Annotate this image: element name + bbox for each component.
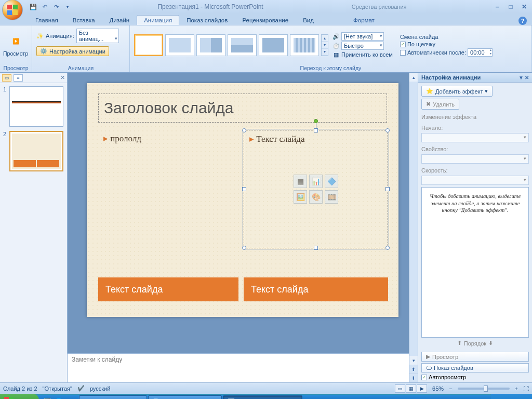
slideshow-view-icon[interactable]: ▶: [417, 384, 427, 393]
show-desktop-icon[interactable]: 🖥️: [42, 396, 52, 399]
insert-media-icon[interactable]: 🎞️: [325, 190, 338, 204]
content-icons: ▦ 📊 🔷 🖼️ 🎨 🎞️: [294, 175, 338, 204]
preview-button[interactable]: ▶️ Просмотр: [2, 31, 29, 59]
sound-icon: 🔊: [332, 33, 340, 40]
transition-item[interactable]: [165, 34, 194, 56]
sorter-view-icon[interactable]: ▦: [406, 384, 416, 393]
zoom-slider[interactable]: [458, 388, 510, 390]
close-icon[interactable]: ✕: [518, 3, 530, 11]
transition-item[interactable]: [196, 34, 225, 56]
insert-smartart-icon[interactable]: 🔷: [325, 175, 338, 188]
tab-format[interactable]: Формат: [346, 15, 382, 25]
resize-handle[interactable]: [314, 246, 318, 250]
insert-picture-icon[interactable]: 🖼️: [294, 190, 307, 204]
resize-handle[interactable]: [242, 187, 246, 191]
resize-handle[interactable]: [314, 128, 318, 132]
save-icon[interactable]: 💾: [28, 2, 38, 12]
tab-insert[interactable]: Вставка: [65, 15, 102, 25]
start-button[interactable]: пуск: [0, 394, 39, 399]
animation-taskpane: Настройка анимации ▼✕ ⭐Добавить эффект ▾…: [418, 73, 532, 382]
zoom-out-icon[interactable]: −: [449, 385, 452, 392]
auto-after-checkbox[interactable]: [400, 50, 406, 56]
insert-clipart-icon[interactable]: 🎨: [309, 190, 323, 204]
speed-combo[interactable]: Быстро: [341, 42, 384, 50]
fit-window-icon[interactable]: ⛶: [523, 385, 529, 392]
autopreview-checkbox[interactable]: ✓: [421, 375, 427, 380]
outline-tab[interactable]: ≡: [14, 74, 23, 82]
system-tray: RU K 10:43: [491, 394, 532, 399]
normal-view-icon[interactable]: ▭: [395, 384, 405, 393]
apply-all-button[interactable]: ▦Применить ко всем: [332, 51, 393, 58]
notes-pane[interactable]: Заметки к слайду: [68, 353, 409, 382]
footer-right-placeholder[interactable]: Текст слайда: [244, 277, 388, 301]
prev-slide-icon[interactable]: ⬆: [409, 365, 418, 374]
slide-thumb-1[interactable]: [9, 86, 63, 127]
custom-animation-button[interactable]: ⚙️ Настройка анимации: [36, 46, 109, 56]
footer-left-placeholder[interactable]: Текст слайда: [98, 277, 238, 301]
transition-gallery[interactable]: ▴▾▾: [134, 34, 328, 56]
preview-label: Просмотр: [3, 51, 28, 57]
slideshow-button[interactable]: 🖵 Показ слайдов: [421, 363, 529, 373]
qat-more-icon[interactable]: ▾: [62, 2, 73, 12]
title-placeholder[interactable]: Заголовок слайда: [98, 94, 387, 123]
resize-handle[interactable]: [242, 246, 246, 250]
speed-combo[interactable]: [421, 176, 529, 185]
zoom-value[interactable]: 65%: [432, 385, 444, 392]
content-left-placeholder[interactable]: прололд: [98, 130, 238, 244]
remove-effect-button[interactable]: ✖Удалить: [421, 99, 459, 110]
language-label[interactable]: русский: [90, 385, 110, 392]
ie-icon[interactable]: 🌐: [54, 396, 64, 399]
taskbar-item[interactable]: 📄 Методичка - Micros...: [148, 395, 222, 399]
resize-handle[interactable]: [385, 128, 390, 132]
auto-time-spinner[interactable]: 00:00: [468, 48, 493, 57]
tab-design[interactable]: Дизайн: [102, 15, 137, 25]
sound-combo[interactable]: [Нет звука]: [341, 32, 384, 41]
resize-handle[interactable]: [385, 246, 390, 250]
reorder-down-icon[interactable]: ⬇: [488, 340, 493, 347]
office-button[interactable]: [2, 0, 23, 20]
animate-combo[interactable]: Без анимац...: [76, 29, 119, 43]
property-combo[interactable]: [421, 154, 529, 164]
tab-slideshow[interactable]: Показ слайдов: [179, 15, 235, 25]
taskbar-item[interactable]: 📊 Microsoft PowerPoint ...: [223, 395, 302, 399]
transition-item[interactable]: [228, 34, 257, 56]
slides-tab[interactable]: ▭: [2, 74, 11, 82]
redo-icon[interactable]: ↷: [51, 2, 61, 12]
tab-animation[interactable]: Анимация: [137, 15, 179, 25]
tab-view[interactable]: Вид: [296, 15, 321, 25]
spellcheck-icon[interactable]: ✔️: [77, 385, 85, 392]
help-icon[interactable]: ?: [518, 17, 527, 25]
panel-close-icon[interactable]: ✕: [60, 74, 65, 81]
gallery-more[interactable]: ▴▾▾: [321, 34, 328, 56]
minimize-icon[interactable]: –: [491, 3, 503, 11]
zoom-in-icon[interactable]: +: [515, 385, 518, 392]
insert-chart-icon[interactable]: 📊: [309, 175, 323, 188]
transition-item[interactable]: [290, 34, 319, 56]
rotate-handle[interactable]: [314, 119, 318, 123]
svg-rect-0: [7, 5, 12, 9]
start-combo[interactable]: [421, 133, 529, 142]
transition-none[interactable]: [134, 34, 163, 56]
maximize-icon[interactable]: □: [505, 3, 516, 11]
content-right-placeholder[interactable]: Текст слайда ▦ 📊 🔷 🖼️ 🎨 🎞️: [244, 130, 388, 248]
taskpane-close-icon[interactable]: ✕: [525, 75, 529, 81]
next-slide-icon[interactable]: ⬇: [409, 374, 418, 382]
insert-table-icon[interactable]: ▦: [294, 175, 307, 188]
add-effect-button[interactable]: ⭐Добавить эффект ▾: [421, 86, 493, 97]
vertical-scrollbar[interactable]: ▴▾ ⬆ ⬇: [409, 73, 418, 382]
explorer-icon[interactable]: 📁: [65, 396, 75, 399]
on-click-checkbox[interactable]: ✓: [400, 42, 406, 47]
tab-review[interactable]: Рецензирование: [235, 15, 296, 25]
slide-canvas[interactable]: Заголовок слайда прололд Текст слайда ▦ …: [87, 83, 398, 317]
reorder-up-icon[interactable]: ⬆: [457, 340, 462, 347]
undo-icon[interactable]: ↶: [39, 2, 50, 12]
taskpane-menu-icon[interactable]: ▼: [518, 75, 524, 81]
transition-item[interactable]: [259, 34, 288, 56]
resize-handle[interactable]: [385, 187, 390, 191]
on-click-label: По щелчку: [407, 41, 435, 47]
resize-handle[interactable]: [242, 128, 246, 132]
play-button[interactable]: ▶ Просмотр: [421, 352, 529, 362]
taskbar-item[interactable]: 📁 Съемный диск (F:): [79, 395, 147, 399]
tab-home[interactable]: Главная: [28, 15, 65, 25]
slide-thumb-2[interactable]: [9, 131, 63, 171]
